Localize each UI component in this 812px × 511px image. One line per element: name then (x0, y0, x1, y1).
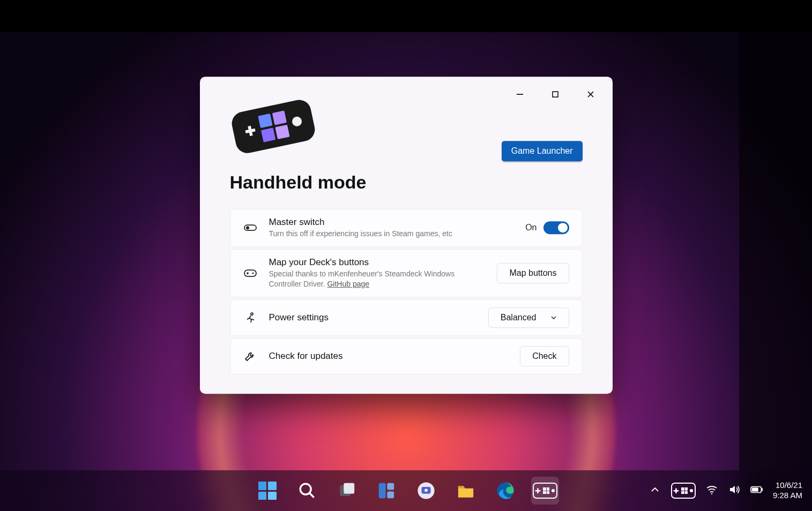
power-profile-value: Balanced (501, 313, 537, 322)
svg-point-22 (711, 493, 712, 494)
chevron-down-icon (550, 314, 557, 321)
handheld-mode-window: ✚ Game Launcher Handheld mode Master swi… (200, 77, 613, 394)
svg-rect-16 (387, 483, 394, 490)
wrench-icon (243, 350, 257, 363)
tray-overflow-button[interactable] (649, 483, 661, 498)
svg-line-12 (309, 493, 314, 498)
search-icon (298, 482, 316, 500)
svg-point-20 (424, 489, 428, 492)
svg-rect-14 (344, 483, 354, 494)
switch-icon (243, 221, 257, 234)
setting-updates: Check for updates Check (230, 338, 583, 374)
widgets-icon (377, 482, 396, 500)
svg-rect-24 (762, 488, 763, 491)
power-profile-select[interactable]: Balanced (488, 307, 569, 328)
battery-icon (750, 483, 763, 496)
svg-point-5 (246, 226, 249, 229)
running-icon (243, 311, 257, 324)
github-link[interactable]: GitHub page (327, 280, 369, 288)
search-button[interactable] (293, 477, 321, 505)
page-title: Handheld mode (230, 172, 583, 193)
svg-rect-6 (244, 270, 256, 276)
game-launcher-button[interactable]: Game Launcher (502, 141, 583, 161)
speaker-icon (728, 483, 741, 496)
setting-title: Map your Deck's buttons (269, 257, 486, 268)
toggle-state-label: On (525, 223, 537, 232)
maximize-button[interactable] (547, 86, 563, 102)
wifi-button[interactable] (705, 483, 718, 498)
taskbar: ✚ ✚ 10/6/21 9:28 AM (0, 470, 812, 511)
svg-rect-17 (387, 491, 394, 498)
setting-title: Power settings (269, 312, 476, 323)
setting-subtitle: Special thanks to mKenfenheuer's Steamde… (269, 269, 486, 289)
setting-title: Check for updates (269, 351, 509, 362)
setting-title: Master switch (269, 217, 514, 228)
action-dot-icon (291, 116, 302, 127)
minimize-button[interactable] (512, 86, 528, 102)
map-buttons-button[interactable]: Map buttons (497, 263, 569, 283)
file-explorer-button[interactable] (452, 477, 480, 505)
svg-rect-15 (378, 483, 385, 498)
start-button[interactable] (254, 477, 281, 505)
task-view-icon (338, 482, 356, 500)
windows-tiles-icon (258, 110, 289, 142)
svg-point-9 (252, 272, 254, 274)
tray-handheld-icon[interactable]: ✚ (671, 483, 696, 499)
handheld-app-taskbar-button[interactable]: ✚ (531, 477, 559, 505)
svg-point-10 (251, 313, 253, 315)
volume-button[interactable] (728, 483, 741, 498)
handheld-icon: ✚ (533, 483, 557, 499)
close-button[interactable] (583, 86, 599, 102)
dpad-icon: ✚ (243, 124, 257, 139)
windows-logo-icon (258, 482, 277, 500)
titlebar (200, 84, 613, 102)
svg-rect-1 (553, 92, 558, 97)
chat-button[interactable] (412, 477, 440, 505)
setting-map-buttons: Map your Deck's buttons Special thanks t… (230, 249, 583, 297)
clock-time: 9:28 AM (773, 491, 802, 501)
widgets-button[interactable] (373, 477, 400, 505)
controller-icon (243, 267, 257, 280)
clock-date: 10/6/21 (773, 480, 802, 491)
master-switch-toggle[interactable] (543, 221, 569, 234)
clock[interactable]: 10/6/21 9:28 AM (773, 480, 802, 501)
edge-button[interactable] (491, 477, 519, 505)
setting-subtitle: Turn this off if experiencing issues in … (269, 229, 514, 239)
handheld-logo: ✚ (229, 97, 317, 155)
setting-power: Power settings Balanced (230, 299, 583, 336)
task-view-button[interactable] (333, 477, 361, 505)
folder-icon (457, 482, 475, 500)
chat-icon (417, 482, 435, 500)
battery-button[interactable] (750, 483, 763, 498)
wifi-icon (705, 483, 718, 496)
check-updates-button[interactable]: Check (520, 346, 569, 366)
svg-rect-25 (752, 487, 758, 491)
setting-master-switch: Master switch Turn this off if experienc… (230, 209, 583, 247)
svg-point-11 (300, 484, 311, 494)
chevron-up-icon (649, 483, 661, 496)
edge-icon (496, 482, 515, 500)
